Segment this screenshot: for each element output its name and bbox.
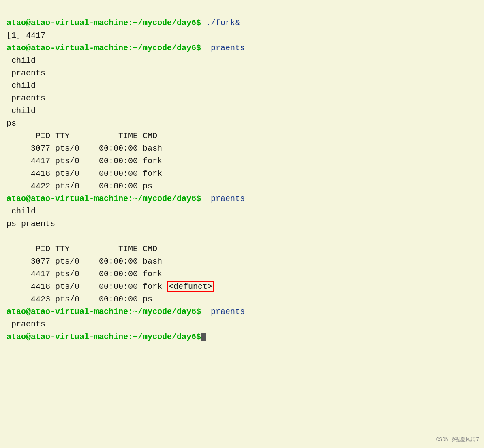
cmd-2: praents [201,43,245,53]
line-23: 4423 pts/0 00:00:00 ps [6,294,152,304]
line-24: atao@atao-virtual-machine:~/mycode/day6$… [6,307,245,316]
prompt-3: atao@atao-virtual-machine:~/mycode/day6$ [6,194,201,203]
prompt-4: atao@atao-virtual-machine:~/mycode/day6$ [6,307,201,316]
line-11: 3077 pts/0 00:00:00 bash [6,144,162,153]
line-6: child [6,81,36,90]
line-7: praents [6,94,45,103]
line-10: PID TTY TIME CMD [6,131,157,141]
prompt-5: atao@atao-virtual-machine:~/mycode/day6$ [6,332,201,341]
line-19: PID TTY TIME CMD [6,244,157,254]
line-9: ps [6,119,16,128]
cmd-1: ./fork& [201,18,240,28]
line-8: child [6,106,36,115]
prompt-2: atao@atao-virtual-machine:~/mycode/day6$ [6,43,201,53]
cursor [201,333,206,341]
line-4: child [6,56,36,65]
line-12: 4417 pts/0 00:00:00 fork [6,156,162,166]
line-21: 4417 pts/0 00:00:00 fork [6,269,162,279]
line-22: 4418 pts/0 00:00:00 fork <defunct> [6,281,214,292]
line-26: atao@atao-virtual-machine:~/mycode/day6$ [6,332,206,341]
line-5: praents [6,68,45,78]
line-2: [1] 4417 [6,31,45,40]
line-3: atao@atao-virtual-machine:~/mycode/day6$… [6,43,245,53]
line-20: 3077 pts/0 00:00:00 bash [6,257,162,266]
line-13: 4418 pts/0 00:00:00 fork [6,169,162,178]
defunct-badge: <defunct> [167,281,214,292]
cmd-4: praents [201,307,245,316]
prompt-1: atao@atao-virtual-machine:~/mycode/day6$ [6,18,201,28]
cmd-3: praents [201,194,245,203]
line-15: atao@atao-virtual-machine:~/mycode/day6$… [6,194,245,203]
line-17: ps praents [6,219,55,228]
line-1: atao@atao-virtual-machine:~/mycode/day6$… [6,18,240,28]
line-25: praents [6,320,45,329]
line-16: child [6,207,36,216]
terminal-window: atao@atao-virtual-machine:~/mycode/day6$… [6,4,478,356]
watermark: CSDN @视夏风清7 [436,436,479,443]
line-14: 4422 pts/0 00:00:00 ps [6,181,152,191]
